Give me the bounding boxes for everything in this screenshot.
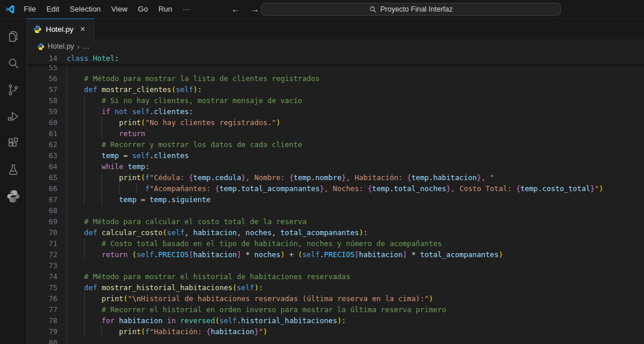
activitybar-run-debug-button[interactable] (0, 103, 27, 130)
line-number[interactable]: 80 (27, 337, 57, 344)
menu-selection[interactable]: Selection (64, 0, 105, 19)
activitybar-python-button[interactable] (0, 183, 27, 210)
code-line-76[interactable]: 76 print("\nHistorial de habitaciones re… (27, 293, 644, 304)
line-number[interactable]: 61 (27, 128, 57, 139)
line-number[interactable]: 76 (27, 293, 57, 304)
sticky-scroll-header[interactable]: 14 class Hotel: (27, 53, 644, 64)
code-line-57[interactable]: 57 def mostrar_clientes(self): (27, 84, 644, 95)
code-token: + (285, 250, 298, 259)
code-token: habitacion (193, 228, 237, 237)
line-number[interactable]: 65 (27, 172, 57, 183)
code-line-68[interactable]: 68 (27, 205, 644, 216)
line-text: if not self.clientes: (67, 106, 193, 117)
code-token: self (219, 316, 237, 325)
code-line-58[interactable]: 58 # Si no hay clientes, mostrar mensaje… (27, 95, 644, 106)
line-number[interactable]: 58 (27, 95, 57, 106)
search-command-center[interactable]: Proyecto Final Interfaz (261, 3, 561, 16)
indent-guide (67, 315, 67, 326)
tab-hotel-py[interactable]: Hotel.py ✕ (27, 19, 94, 39)
line-number[interactable]: 77 (27, 304, 57, 315)
code-line-71[interactable]: 71 # Costo total basado en el tipo de ha… (27, 238, 644, 249)
code-token: ) (499, 250, 503, 259)
code-line-77[interactable]: 77 # Recorrer el historial en orden inve… (27, 304, 644, 315)
line-number[interactable]: 78 (27, 315, 57, 326)
line-number[interactable]: 67 (27, 194, 57, 205)
code-line-60[interactable]: 60 print("No hay clientes registrados.") (27, 117, 644, 128)
code-token: . (237, 184, 242, 193)
code-line-59[interactable]: 59 if not self.clientes: (27, 106, 644, 117)
code-line-74[interactable]: 74 # Método para mostrar el historial de… (27, 271, 644, 282)
code-token: return (101, 250, 132, 259)
files-icon (6, 30, 20, 43)
menu-view[interactable]: View (106, 0, 133, 19)
activitybar-source-control-button[interactable] (0, 76, 27, 103)
code-line-72[interactable]: 72 return (self.PRECIOS[habitacion] * no… (27, 249, 644, 260)
code-line-61[interactable]: 61 return (27, 128, 644, 139)
code-line-70[interactable]: 70 def calcular_costo(self, habitacion, … (27, 227, 644, 238)
code-editor[interactable]: 5556 # Método para mostrar la lista de c… (27, 53, 644, 344)
code-token: # Costo total basado en el tipo de habit… (67, 239, 442, 248)
line-text: print(f"Cédula: {temp.cedula}, Nombre: {… (67, 172, 494, 183)
line-number[interactable]: 69 (27, 216, 57, 227)
code-token: ) (193, 85, 198, 94)
code-token: . (210, 173, 215, 182)
code-line-65[interactable]: 65 print(f"Cédula: {temp.cedula}, Nombre… (27, 172, 644, 183)
code-line-64[interactable]: 64 while temp: (27, 161, 644, 172)
line-number[interactable]: 59 (27, 106, 57, 117)
go-forward-button[interactable]: → (248, 4, 261, 14)
line-number[interactable]: 62 (27, 139, 57, 150)
code-line-79[interactable]: 79 print(f"Habitación: {habitacion}") (27, 326, 644, 337)
code-token: mostrar_historial_habitaciones (101, 283, 232, 292)
code-token: self (167, 228, 184, 237)
code-line-78[interactable]: 78 for habitacion in reversed(self.histo… (27, 315, 644, 326)
tab-label: Hotel.py (46, 25, 74, 34)
line-text: # Recorrer y mostrar los datos de cada c… (67, 139, 302, 150)
line-number[interactable]: 71 (27, 238, 57, 249)
code-token: print (119, 118, 141, 127)
indent-guide (67, 194, 67, 205)
line-number[interactable]: 72 (27, 249, 57, 260)
activitybar-extensions-button[interactable] (0, 130, 27, 156)
line-number[interactable]: 73 (27, 260, 57, 271)
code-token: f (145, 173, 150, 182)
code-token: * (407, 250, 420, 259)
line-number[interactable]: 56 (27, 73, 57, 84)
line-number[interactable]: 75 (27, 282, 57, 293)
line-number[interactable]: 57 (27, 84, 57, 95)
menu-run[interactable]: Run (153, 0, 177, 19)
code-token: . (150, 107, 154, 116)
activitybar-explorer-button[interactable] (0, 23, 27, 50)
go-back-button[interactable]: ← (229, 4, 242, 14)
code-token: \n (132, 294, 141, 303)
code-token: = (119, 151, 132, 160)
line-number[interactable]: 70 (27, 227, 57, 238)
menu-file[interactable]: File (19, 0, 41, 19)
code-line-56[interactable]: 56 # Método para mostrar la lista de cli… (27, 73, 644, 84)
line-number[interactable]: 60 (27, 117, 57, 128)
code-token: self (176, 85, 193, 94)
code-line-63[interactable]: 63 temp = self.clientes (27, 150, 644, 161)
line-number[interactable]: 79 (27, 326, 57, 337)
code-line-67[interactable]: 67 temp = temp.siguiente (27, 194, 644, 205)
line-number[interactable]: 66 (27, 183, 57, 194)
tab-close-button[interactable]: ✕ (78, 24, 88, 35)
line-number[interactable]: 63 (27, 150, 57, 161)
menu-go[interactable]: Go (133, 0, 153, 19)
breadcrumb-file[interactable]: Hotel.py (48, 42, 74, 50)
activitybar-testing-button[interactable] (0, 156, 27, 183)
code-line-75[interactable]: 75 def mostrar_historial_habitaciones(se… (27, 282, 644, 293)
menu-edit[interactable]: Edit (41, 0, 64, 19)
code-line-73[interactable]: 73 (27, 260, 644, 271)
breadcrumb-more[interactable]: … (82, 42, 90, 50)
code-line-66[interactable]: 66 f"Acompañantes: {temp.total_acompanan… (27, 183, 644, 194)
code-line-80[interactable]: 80 (27, 337, 644, 344)
code-line-69[interactable]: 69 # Método para calcular el costo total… (27, 216, 644, 227)
line-number[interactable]: 64 (27, 161, 57, 172)
code-token: historial_habitaciones (241, 316, 337, 325)
line-number[interactable]: 74 (27, 271, 57, 282)
code-line-62[interactable]: 62 # Recorrer y mostrar los datos de cad… (27, 139, 644, 150)
code-token: f (145, 184, 150, 193)
menu-more[interactable]: ··· (177, 0, 195, 19)
line-number[interactable]: 68 (27, 205, 57, 216)
activitybar-search-button[interactable] (0, 50, 27, 76)
